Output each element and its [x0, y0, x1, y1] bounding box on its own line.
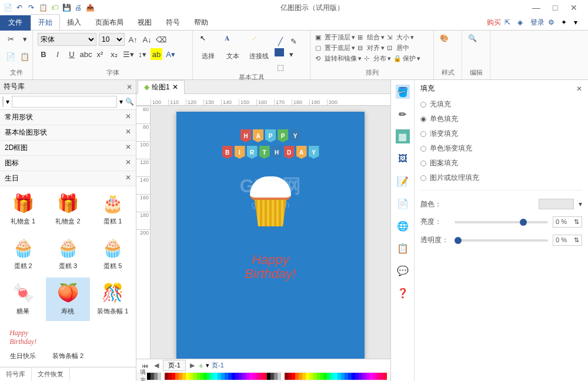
- dropdown-icon[interactable]: ▾: [19, 33, 31, 45]
- shape-item[interactable]: 装饰条幅 2: [46, 322, 89, 366]
- fill-option-3[interactable]: 单色渐变填充: [420, 141, 582, 156]
- highlight-icon[interactable]: ab: [151, 48, 162, 60]
- minimize-button[interactable]: —: [529, 2, 543, 14]
- fill-option-5[interactable]: 图片或纹理填充: [420, 171, 582, 185]
- category-3[interactable]: 图标✕: [0, 156, 136, 171]
- protect-button[interactable]: 🔒保护▾: [393, 54, 420, 63]
- text-tool[interactable]: 𝐀文本: [222, 33, 243, 62]
- gear-icon[interactable]: ⚙: [548, 18, 557, 28]
- brightness-value[interactable]: 0 %⇅: [553, 216, 582, 228]
- fill-option-1[interactable]: 单色填充: [420, 112, 582, 126]
- shape-item[interactable]: 🧁蛋糕 3: [46, 232, 89, 276]
- tab-insert[interactable]: 插入: [60, 15, 88, 31]
- shape-item[interactable]: 🎂蛋糕 1: [91, 188, 135, 231]
- next-page-icon[interactable]: ▶: [188, 362, 196, 369]
- comment-tab-icon[interactable]: 💬: [396, 263, 410, 278]
- shape-item[interactable]: 🎊装饰条幅 1: [91, 278, 135, 321]
- category-2[interactable]: 2D框图✕: [0, 141, 136, 156]
- distribute-button[interactable]: ⊹分布▾: [364, 54, 391, 63]
- login-link[interactable]: 登录: [530, 18, 544, 28]
- line-tab-icon[interactable]: ✏: [396, 107, 410, 121]
- file-menu[interactable]: 文件: [0, 15, 31, 31]
- library-icon[interactable]: [2, 96, 4, 107]
- shape-item[interactable]: 🧁蛋糕 2: [1, 232, 45, 276]
- export-icon[interactable]: 📤: [85, 2, 95, 13]
- fill-tab-icon[interactable]: 🪣: [396, 85, 410, 99]
- group-button[interactable]: ⊞组合▾: [358, 33, 385, 42]
- tab-library[interactable]: 符号库: [0, 367, 32, 381]
- close-panel-icon[interactable]: ✕: [576, 85, 582, 93]
- rect-icon[interactable]: [275, 48, 284, 56]
- bullet-icon[interactable]: ☰▾: [122, 48, 134, 60]
- search-input[interactable]: [12, 96, 117, 108]
- brightness-slider[interactable]: [455, 221, 548, 223]
- category-4[interactable]: 生日✕: [0, 171, 136, 186]
- new-icon[interactable]: 📄: [2, 2, 13, 13]
- send-back-button[interactable]: ▢置于底层▾: [315, 44, 355, 52]
- shadow-tab-icon[interactable]: ▦: [396, 129, 410, 143]
- buy-link[interactable]: 购买: [487, 18, 501, 28]
- close-icon[interactable]: ✕: [126, 83, 132, 91]
- shape-menu-icon[interactable]: ▾: [285, 48, 297, 60]
- clear-format-icon[interactable]: ⌫: [155, 34, 167, 45]
- help-tab-icon[interactable]: ❓: [396, 286, 410, 300]
- category-1[interactable]: 基本绘图形状✕: [0, 125, 136, 141]
- tab-help[interactable]: 帮助: [187, 15, 215, 31]
- page-tab[interactable]: 页-1: [163, 360, 186, 371]
- size-select[interactable]: 10: [99, 33, 125, 46]
- paste-icon[interactable]: 📋: [38, 2, 48, 13]
- page-canvas[interactable]: HAPPY BIRTHDAY GX / 网 gxom.com Happy Bir…: [176, 112, 365, 359]
- crop-icon[interactable]: ⬚: [275, 61, 286, 73]
- print-icon[interactable]: 🖨: [73, 2, 83, 13]
- text-tab-icon[interactable]: 📝: [396, 174, 410, 188]
- page-tab-icon[interactable]: 📄: [396, 196, 410, 210]
- doc-tab[interactable]: ◆ 绘图1 ✕: [138, 80, 185, 94]
- shape-item[interactable]: HappyBirthday!生日快乐: [1, 322, 45, 366]
- line-icon[interactable]: ╱: [275, 35, 286, 47]
- shape-item[interactable]: 🎁礼物盒 1: [1, 188, 45, 231]
- redo-icon[interactable]: ↷: [26, 2, 36, 13]
- fill-option-2[interactable]: 渐变填充: [420, 126, 582, 141]
- tab-view[interactable]: 视图: [131, 15, 159, 31]
- opacity-value[interactable]: 0 %⇅: [553, 235, 582, 246]
- save-icon[interactable]: 💾: [61, 2, 72, 13]
- select-tool[interactable]: ↖选择: [198, 33, 219, 62]
- prev-page-icon[interactable]: ◀: [152, 362, 161, 369]
- chevron-down-icon[interactable]: ▾: [574, 18, 583, 28]
- cut-icon[interactable]: ✂: [5, 33, 16, 45]
- app-icon[interactable]: ✦: [561, 18, 570, 28]
- undo-icon[interactable]: ↶: [14, 2, 25, 13]
- cloud-icon[interactable]: ◈: [517, 18, 527, 28]
- font-color-icon[interactable]: A▾: [165, 48, 176, 60]
- shape-item[interactable]: 🍬糖果: [1, 278, 45, 321]
- center-button[interactable]: ⊡居中: [387, 44, 409, 52]
- color-swatches[interactable]: [147, 373, 387, 380]
- bring-front-button[interactable]: ▣置于顶层▾: [315, 33, 355, 42]
- shape-item[interactable]: 🍑寿桃: [46, 278, 89, 321]
- find-button[interactable]: 🔍: [467, 33, 485, 52]
- connector-tool[interactable]: ⟋连接线: [247, 33, 271, 62]
- shape-item[interactable]: 🎁礼物盒 2: [46, 188, 89, 231]
- decrease-font-icon[interactable]: A↓: [141, 34, 153, 45]
- spacing-icon[interactable]: ↕▾: [136, 48, 148, 60]
- bold-icon[interactable]: B: [38, 48, 49, 60]
- font-select[interactable]: 宋体: [38, 33, 96, 46]
- close-button[interactable]: ✕: [567, 2, 581, 14]
- subscript-icon[interactable]: x₂: [108, 48, 120, 60]
- doc-tab-icon[interactable]: 📋: [396, 241, 410, 255]
- align-button[interactable]: ⊟对齐▾: [358, 44, 385, 52]
- fill-option-0[interactable]: 无填充: [420, 97, 582, 112]
- increase-font-icon[interactable]: A↑: [127, 34, 139, 45]
- add-page-icon[interactable]: +: [199, 361, 203, 370]
- close-tab-icon[interactable]: ✕: [172, 83, 178, 91]
- pen-icon[interactable]: ✎: [288, 35, 299, 47]
- cupcake-graphic[interactable]: [247, 176, 294, 229]
- happy-birthday-text[interactable]: Happy Birthday!: [176, 253, 365, 281]
- opacity-slider[interactable]: [455, 239, 548, 242]
- web-tab-icon[interactable]: 🌐: [396, 219, 410, 233]
- paste-icon[interactable]: 📋: [19, 51, 31, 62]
- italic-icon[interactable]: I: [52, 48, 64, 60]
- category-0[interactable]: 常用形状✕: [0, 110, 136, 125]
- tab-recovery[interactable]: 文件恢复: [32, 367, 70, 381]
- rotate-button[interactable]: ⟲旋转和镜像▾: [315, 54, 362, 63]
